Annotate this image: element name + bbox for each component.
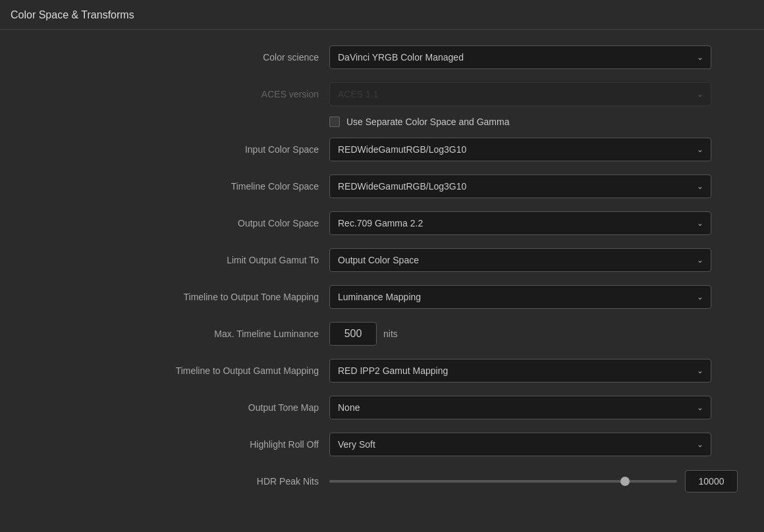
output-tone-map-select-wrapper: None Film Like Luminance ⌄ xyxy=(329,396,711,419)
highlight-roll-off-select-wrapper: Very Soft Soft Medium Hard ⌄ xyxy=(329,433,711,456)
limit-output-gamut-label: Limit Output Gamut To xyxy=(13,255,329,265)
hdr-value-display: 10000 xyxy=(685,470,738,492)
output-color-space-select-wrapper: Rec.709 Gamma 2.2 sRGB P3-D65 ⌄ xyxy=(329,211,711,235)
color-science-row: Color science DaVinci YRGB Color Managed… xyxy=(13,43,738,72)
output-tone-map-select[interactable]: None Film Like Luminance xyxy=(329,396,711,419)
max-luminance-label: Max. Timeline Luminance xyxy=(13,329,329,339)
input-color-space-select[interactable]: REDWideGamutRGB/Log3G10 Rec.709 sRGB xyxy=(329,138,711,161)
output-color-space-select[interactable]: Rec.709 Gamma 2.2 sRGB P3-D65 xyxy=(329,211,711,235)
output-color-space-control: Rec.709 Gamma 2.2 sRGB P3-D65 ⌄ xyxy=(329,211,738,235)
limit-output-gamut-select[interactable]: Output Color Space Rec.709 P3 xyxy=(329,248,711,272)
limit-output-gamut-row: Limit Output Gamut To Output Color Space… xyxy=(13,246,738,275)
input-color-space-select-wrapper: REDWideGamutRGB/Log3G10 Rec.709 sRGB ⌄ xyxy=(329,138,711,161)
output-color-space-row: Output Color Space Rec.709 Gamma 2.2 sRG… xyxy=(13,209,738,238)
hdr-peak-nits-row: HDR Peak Nits 10000 xyxy=(13,467,738,496)
panel-title: Color Space & Transforms xyxy=(11,9,134,20)
timeline-color-space-select[interactable]: REDWideGamutRGB/Log3G10 Rec.709 sRGB xyxy=(329,174,711,198)
hdr-peak-nits-label: HDR Peak Nits xyxy=(13,476,329,487)
hdr-slider-fill xyxy=(329,480,625,483)
hdr-slider-container[interactable] xyxy=(329,475,677,488)
tone-mapping-row: Timeline to Output Tone Mapping Luminanc… xyxy=(13,282,738,311)
highlight-roll-off-select[interactable]: Very Soft Soft Medium Hard xyxy=(329,433,711,456)
timeline-color-space-select-wrapper: REDWideGamutRGB/Log3G10 Rec.709 sRGB ⌄ xyxy=(329,174,711,198)
output-tone-map-control: None Film Like Luminance ⌄ xyxy=(329,396,738,419)
luminance-unit: nits xyxy=(383,329,398,339)
panel: Color Space & Transforms Color science D… xyxy=(0,0,764,517)
hdr-slider-track xyxy=(329,480,677,483)
gamut-mapping-control: RED IPP2 Gamut Mapping None Clip ⌄ xyxy=(329,359,738,383)
gamut-mapping-select-wrapper: RED IPP2 Gamut Mapping None Clip ⌄ xyxy=(329,359,711,383)
hdr-peak-nits-control: 10000 xyxy=(329,470,738,492)
highlight-roll-off-control: Very Soft Soft Medium Hard ⌄ xyxy=(329,433,738,456)
highlight-roll-off-row: Highlight Roll Off Very Soft Soft Medium… xyxy=(13,430,738,459)
limit-output-gamut-control: Output Color Space Rec.709 P3 ⌄ xyxy=(329,248,738,272)
color-science-label: Color science xyxy=(13,52,329,63)
tone-mapping-select-wrapper: Luminance Mapping None Film Like ⌄ xyxy=(329,285,711,309)
input-color-space-control: REDWideGamutRGB/Log3G10 Rec.709 sRGB ⌄ xyxy=(329,138,738,161)
output-tone-map-label: Output Tone Map xyxy=(13,402,329,413)
gamut-mapping-row: Timeline to Output Gamut Mapping RED IPP… xyxy=(13,356,738,385)
tone-mapping-label: Timeline to Output Tone Mapping xyxy=(13,292,329,302)
hdr-slider-thumb[interactable] xyxy=(620,477,630,486)
aces-version-label: ACES version xyxy=(13,89,329,99)
max-luminance-row: Max. Timeline Luminance 500 nits xyxy=(13,319,738,348)
separate-color-space-row: Use Separate Color Space and Gamma xyxy=(329,117,738,127)
tone-mapping-control: Luminance Mapping None Film Like ⌄ xyxy=(329,285,738,309)
input-color-space-label: Input Color Space xyxy=(13,144,329,155)
input-color-space-row: Input Color Space REDWideGamutRGB/Log3G1… xyxy=(13,135,738,164)
color-science-select-wrapper: DaVinci YRGB Color Managed DaVinci YRGB … xyxy=(329,45,711,69)
aces-version-row: ACES version ACES 1.1 ACES 1.0 ⌄ xyxy=(13,80,738,109)
timeline-color-space-label: Timeline Color Space xyxy=(13,181,329,192)
timeline-color-space-row: Timeline Color Space REDWideGamutRGB/Log… xyxy=(13,172,738,201)
separate-color-space-label: Use Separate Color Space and Gamma xyxy=(346,117,509,127)
gamut-mapping-select[interactable]: RED IPP2 Gamut Mapping None Clip xyxy=(329,359,711,383)
separate-color-space-checkbox[interactable] xyxy=(329,117,340,127)
color-science-control: DaVinci YRGB Color Managed DaVinci YRGB … xyxy=(329,45,738,69)
output-color-space-label: Output Color Space xyxy=(13,218,329,228)
output-tone-map-row: Output Tone Map None Film Like Luminance… xyxy=(13,393,738,422)
aces-version-select-wrapper: ACES 1.1 ACES 1.0 ⌄ xyxy=(329,82,711,106)
timeline-color-space-control: REDWideGamutRGB/Log3G10 Rec.709 sRGB ⌄ xyxy=(329,174,738,198)
aces-version-select[interactable]: ACES 1.1 ACES 1.0 xyxy=(329,82,711,106)
highlight-roll-off-label: Highlight Roll Off xyxy=(13,439,329,450)
panel-header: Color Space & Transforms xyxy=(0,0,764,30)
limit-output-gamut-select-wrapper: Output Color Space Rec.709 P3 ⌄ xyxy=(329,248,711,272)
aces-version-control: ACES 1.1 ACES 1.0 ⌄ xyxy=(329,82,738,106)
gamut-mapping-label: Timeline to Output Gamut Mapping xyxy=(13,365,329,376)
luminance-row: 500 nits xyxy=(329,322,738,346)
max-luminance-input[interactable]: 500 xyxy=(329,322,377,346)
max-luminance-control: 500 nits xyxy=(329,322,738,346)
hdr-row: 10000 xyxy=(329,470,738,492)
color-science-select[interactable]: DaVinci YRGB Color Managed DaVinci YRGB … xyxy=(329,45,711,69)
panel-content: Color science DaVinci YRGB Color Managed… xyxy=(0,30,764,517)
tone-mapping-select[interactable]: Luminance Mapping None Film Like xyxy=(329,285,711,309)
